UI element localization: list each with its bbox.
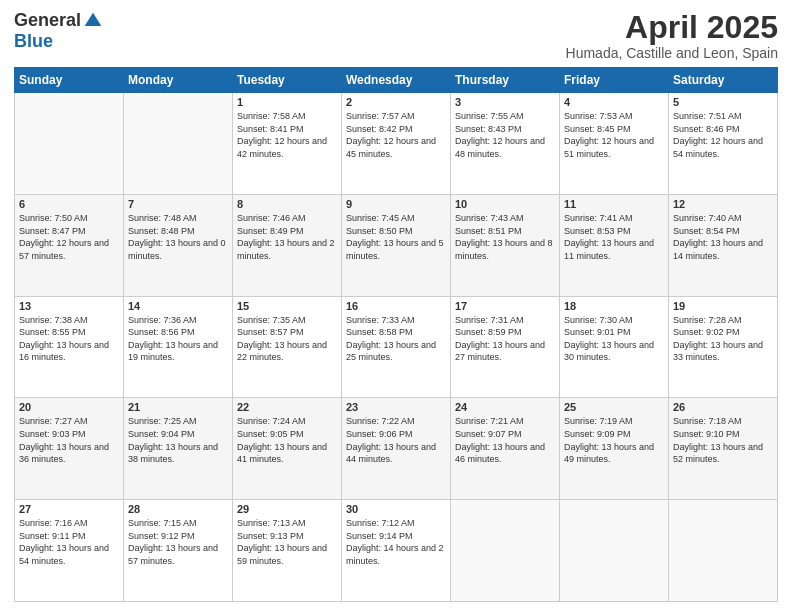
table-row: 24Sunrise: 7:21 AMSunset: 9:07 PMDayligh… [451,398,560,500]
day-info: Sunrise: 7:51 AMSunset: 8:46 PMDaylight:… [673,110,773,160]
day-info: Sunrise: 7:46 AMSunset: 8:49 PMDaylight:… [237,212,337,262]
day-number: 23 [346,401,446,413]
day-info: Sunrise: 7:24 AMSunset: 9:05 PMDaylight:… [237,415,337,465]
table-row: 30Sunrise: 7:12 AMSunset: 9:14 PMDayligh… [342,500,451,602]
day-number: 28 [128,503,228,515]
day-number: 10 [455,198,555,210]
table-row: 5Sunrise: 7:51 AMSunset: 8:46 PMDaylight… [669,93,778,195]
calendar-week-row: 6Sunrise: 7:50 AMSunset: 8:47 PMDaylight… [15,194,778,296]
day-info: Sunrise: 7:43 AMSunset: 8:51 PMDaylight:… [455,212,555,262]
table-row: 25Sunrise: 7:19 AMSunset: 9:09 PMDayligh… [560,398,669,500]
table-row: 4Sunrise: 7:53 AMSunset: 8:45 PMDaylight… [560,93,669,195]
header-tuesday: Tuesday [233,68,342,93]
table-row [669,500,778,602]
day-info: Sunrise: 7:35 AMSunset: 8:57 PMDaylight:… [237,314,337,364]
calendar-week-row: 20Sunrise: 7:27 AMSunset: 9:03 PMDayligh… [15,398,778,500]
day-number: 3 [455,96,555,108]
page: General Blue April 2025 Humada, Castille… [0,0,792,612]
table-row: 27Sunrise: 7:16 AMSunset: 9:11 PMDayligh… [15,500,124,602]
header-saturday: Saturday [669,68,778,93]
header: General Blue April 2025 Humada, Castille… [14,10,778,61]
table-row: 29Sunrise: 7:13 AMSunset: 9:13 PMDayligh… [233,500,342,602]
table-row: 14Sunrise: 7:36 AMSunset: 8:56 PMDayligh… [124,296,233,398]
table-row: 20Sunrise: 7:27 AMSunset: 9:03 PMDayligh… [15,398,124,500]
day-number: 6 [19,198,119,210]
day-info: Sunrise: 7:40 AMSunset: 8:54 PMDaylight:… [673,212,773,262]
logo-text: General [14,10,103,31]
day-info: Sunrise: 7:53 AMSunset: 8:45 PMDaylight:… [564,110,664,160]
day-info: Sunrise: 7:36 AMSunset: 8:56 PMDaylight:… [128,314,228,364]
svg-marker-0 [85,12,102,25]
table-row: 9Sunrise: 7:45 AMSunset: 8:50 PMDaylight… [342,194,451,296]
day-number: 27 [19,503,119,515]
day-number: 29 [237,503,337,515]
day-number: 18 [564,300,664,312]
table-row: 19Sunrise: 7:28 AMSunset: 9:02 PMDayligh… [669,296,778,398]
table-row: 26Sunrise: 7:18 AMSunset: 9:10 PMDayligh… [669,398,778,500]
day-info: Sunrise: 7:12 AMSunset: 9:14 PMDaylight:… [346,517,446,567]
table-row [451,500,560,602]
day-info: Sunrise: 7:13 AMSunset: 9:13 PMDaylight:… [237,517,337,567]
day-info: Sunrise: 7:55 AMSunset: 8:43 PMDaylight:… [455,110,555,160]
header-wednesday: Wednesday [342,68,451,93]
header-thursday: Thursday [451,68,560,93]
day-number: 14 [128,300,228,312]
day-number: 13 [19,300,119,312]
calendar: Sunday Monday Tuesday Wednesday Thursday… [14,67,778,602]
day-info: Sunrise: 7:57 AMSunset: 8:42 PMDaylight:… [346,110,446,160]
header-friday: Friday [560,68,669,93]
table-row: 6Sunrise: 7:50 AMSunset: 8:47 PMDaylight… [15,194,124,296]
day-info: Sunrise: 7:38 AMSunset: 8:55 PMDaylight:… [19,314,119,364]
day-number: 24 [455,401,555,413]
table-row: 21Sunrise: 7:25 AMSunset: 9:04 PMDayligh… [124,398,233,500]
day-number: 30 [346,503,446,515]
table-row: 28Sunrise: 7:15 AMSunset: 9:12 PMDayligh… [124,500,233,602]
logo-icon [83,11,103,31]
header-sunday: Sunday [15,68,124,93]
header-monday: Monday [124,68,233,93]
day-info: Sunrise: 7:15 AMSunset: 9:12 PMDaylight:… [128,517,228,567]
day-number: 22 [237,401,337,413]
table-row: 12Sunrise: 7:40 AMSunset: 8:54 PMDayligh… [669,194,778,296]
table-row: 17Sunrise: 7:31 AMSunset: 8:59 PMDayligh… [451,296,560,398]
calendar-header-row: Sunday Monday Tuesday Wednesday Thursday… [15,68,778,93]
calendar-week-row: 1Sunrise: 7:58 AMSunset: 8:41 PMDaylight… [15,93,778,195]
table-row: 2Sunrise: 7:57 AMSunset: 8:42 PMDaylight… [342,93,451,195]
day-number: 5 [673,96,773,108]
day-number: 17 [455,300,555,312]
table-row: 8Sunrise: 7:46 AMSunset: 8:49 PMDaylight… [233,194,342,296]
table-row [124,93,233,195]
calendar-week-row: 13Sunrise: 7:38 AMSunset: 8:55 PMDayligh… [15,296,778,398]
table-row: 1Sunrise: 7:58 AMSunset: 8:41 PMDaylight… [233,93,342,195]
table-row: 16Sunrise: 7:33 AMSunset: 8:58 PMDayligh… [342,296,451,398]
day-number: 26 [673,401,773,413]
table-row: 3Sunrise: 7:55 AMSunset: 8:43 PMDaylight… [451,93,560,195]
table-row: 10Sunrise: 7:43 AMSunset: 8:51 PMDayligh… [451,194,560,296]
table-row [15,93,124,195]
day-info: Sunrise: 7:28 AMSunset: 9:02 PMDaylight:… [673,314,773,364]
table-row: 15Sunrise: 7:35 AMSunset: 8:57 PMDayligh… [233,296,342,398]
table-row: 11Sunrise: 7:41 AMSunset: 8:53 PMDayligh… [560,194,669,296]
table-row: 18Sunrise: 7:30 AMSunset: 9:01 PMDayligh… [560,296,669,398]
day-number: 11 [564,198,664,210]
day-number: 9 [346,198,446,210]
table-row: 7Sunrise: 7:48 AMSunset: 8:48 PMDaylight… [124,194,233,296]
day-info: Sunrise: 7:33 AMSunset: 8:58 PMDaylight:… [346,314,446,364]
day-info: Sunrise: 7:25 AMSunset: 9:04 PMDaylight:… [128,415,228,465]
month-title: April 2025 [566,10,778,45]
day-info: Sunrise: 7:31 AMSunset: 8:59 PMDaylight:… [455,314,555,364]
day-number: 4 [564,96,664,108]
day-number: 15 [237,300,337,312]
day-info: Sunrise: 7:41 AMSunset: 8:53 PMDaylight:… [564,212,664,262]
day-info: Sunrise: 7:22 AMSunset: 9:06 PMDaylight:… [346,415,446,465]
day-info: Sunrise: 7:18 AMSunset: 9:10 PMDaylight:… [673,415,773,465]
day-number: 25 [564,401,664,413]
logo-blue: Blue [14,31,53,52]
title-area: April 2025 Humada, Castille and Leon, Sp… [566,10,778,61]
day-number: 12 [673,198,773,210]
day-info: Sunrise: 7:48 AMSunset: 8:48 PMDaylight:… [128,212,228,262]
day-info: Sunrise: 7:50 AMSunset: 8:47 PMDaylight:… [19,212,119,262]
day-number: 21 [128,401,228,413]
day-number: 20 [19,401,119,413]
day-info: Sunrise: 7:58 AMSunset: 8:41 PMDaylight:… [237,110,337,160]
